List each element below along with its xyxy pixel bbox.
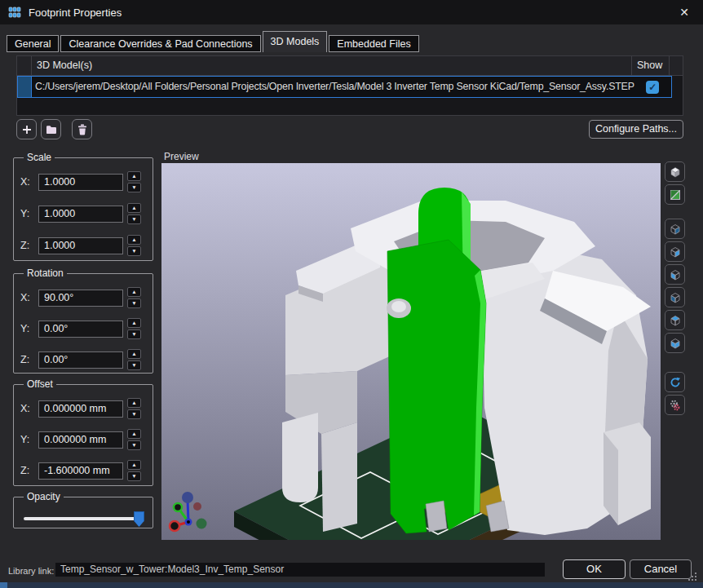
- offset-z-input[interactable]: [38, 462, 123, 480]
- axis-z-sphere: [182, 492, 193, 503]
- offset-x-spinner: [127, 398, 141, 419]
- table-gutter: [670, 56, 683, 76]
- preview-canvas[interactable]: [161, 163, 661, 540]
- board-body-button[interactable]: [665, 184, 685, 205]
- opacity-legend: Opacity: [24, 491, 64, 502]
- tab-clearance-overrides[interactable]: Clearance Overrides & Pad Connections: [60, 35, 260, 52]
- table-row[interactable]: C:/Users/jerem/Desktop/All Folders/Perso…: [17, 76, 683, 98]
- rotation-z-input[interactable]: [38, 351, 123, 369]
- offset-legend: Offset: [24, 378, 56, 390]
- reload-model-icon: [669, 376, 682, 389]
- view-front-cube-icon: [669, 268, 682, 281]
- resize-grip[interactable]: [687, 571, 698, 582]
- view-top-button[interactable]: [665, 310, 685, 330]
- orthographic-view-button[interactable]: [665, 161, 685, 182]
- add-folder-icon: [45, 123, 58, 136]
- column-header-model: 3D Model(s): [32, 56, 632, 76]
- opacity-slider-handle[interactable]: [134, 511, 144, 527]
- render-settings-button[interactable]: [665, 395, 685, 415]
- spin-down-icon[interactable]: [127, 329, 141, 339]
- view-right-button[interactable]: [665, 241, 685, 262]
- bracket-left-post: [321, 422, 357, 532]
- view-back-button[interactable]: [665, 287, 685, 307]
- tab-general[interactable]: General: [7, 35, 59, 52]
- spin-up-icon[interactable]: [127, 203, 141, 213]
- spin-down-icon[interactable]: [127, 360, 141, 370]
- spin-up-icon[interactable]: [127, 318, 141, 328]
- spin-up-icon[interactable]: [127, 460, 141, 470]
- 3d-model-render: [161, 163, 661, 540]
- column-header-show: Show: [632, 56, 670, 76]
- add-model-button[interactable]: [16, 119, 37, 139]
- spin-up-icon[interactable]: [127, 235, 141, 245]
- offset-x-input[interactable]: [38, 400, 123, 418]
- rotation-x-input[interactable]: [38, 290, 123, 307]
- spin-down-icon[interactable]: [127, 440, 141, 450]
- taskbar-corner: [0, 582, 7, 588]
- offset-z-spinner: [127, 460, 141, 481]
- spin-up-icon[interactable]: [127, 171, 141, 181]
- spin-down-icon[interactable]: [127, 298, 141, 308]
- table-gutter: [672, 76, 683, 98]
- rotation-z-spinner: [127, 349, 141, 370]
- spin-up-icon[interactable]: [127, 349, 141, 359]
- delete-3d-model-icon: [76, 123, 89, 136]
- add-folder-button[interactable]: [41, 119, 61, 139]
- delete-model-button[interactable]: [72, 119, 92, 139]
- ok-button[interactable]: OK: [563, 559, 626, 579]
- view-back-cube-icon: [669, 291, 682, 304]
- offset-y-label: Y:: [20, 434, 38, 445]
- show-checkbox[interactable]: [646, 81, 659, 94]
- scale-z-spinner: [127, 235, 141, 256]
- spin-up-icon[interactable]: [127, 287, 141, 297]
- scale-y-label: Y:: [20, 208, 38, 219]
- scale-x-input[interactable]: [38, 174, 123, 191]
- spin-up-icon[interactable]: [127, 429, 141, 439]
- window-title: Footprint Properties: [29, 7, 122, 19]
- scale-x-spinner: [127, 171, 141, 192]
- taskbar-edge: [0, 582, 703, 588]
- footprint-icon: [8, 6, 21, 19]
- axis-x-sphere: [170, 521, 179, 531]
- table-header: 3D Model(s) Show: [17, 56, 683, 76]
- axis-neg-x-sphere: [193, 502, 201, 511]
- configure-paths-button[interactable]: Configure Paths...: [589, 120, 683, 139]
- cancel-button[interactable]: Cancel: [630, 559, 692, 579]
- spin-down-icon[interactable]: [127, 214, 141, 224]
- opacity-slider[interactable]: [24, 517, 143, 520]
- spin-down-icon[interactable]: [127, 183, 141, 192]
- render-settings-icon: [669, 399, 682, 412]
- scale-y-input[interactable]: [38, 206, 123, 223]
- scale-z-input[interactable]: [38, 237, 123, 254]
- view-left-cube-icon: [669, 223, 682, 236]
- axis-y-sphere: [174, 503, 182, 511]
- scale-z-label: Z:: [20, 240, 38, 251]
- axis-neg-y-sphere: [197, 519, 207, 529]
- scale-y-spinner: [127, 203, 141, 224]
- rotation-x-spinner: [127, 287, 141, 308]
- offset-y-input[interactable]: [38, 431, 123, 449]
- spin-up-icon[interactable]: [127, 398, 141, 408]
- spin-down-icon[interactable]: [127, 246, 141, 256]
- rotation-y-input[interactable]: [38, 321, 123, 338]
- view-front-button[interactable]: [665, 264, 685, 285]
- model-path-cell[interactable]: C:/Users/jerem/Desktop/All Folders/Perso…: [32, 77, 634, 97]
- view-left-button[interactable]: [665, 219, 685, 239]
- tab-embedded-files[interactable]: Embedded Files: [329, 35, 418, 52]
- spin-down-icon[interactable]: [127, 471, 141, 481]
- opacity-group: Opacity: [13, 491, 153, 528]
- tab-3d-models[interactable]: 3D Models: [263, 31, 328, 52]
- scale-legend: Scale: [24, 152, 55, 163]
- reload-model-button[interactable]: [665, 372, 685, 392]
- view-bottom-button[interactable]: [665, 333, 685, 353]
- offset-x-label: X:: [20, 403, 38, 414]
- spin-down-icon[interactable]: [127, 409, 141, 419]
- title-bar: Footprint Properties ✕: [0, 0, 703, 24]
- rotation-y-spinner: [127, 318, 141, 339]
- close-icon[interactable]: ✕: [677, 5, 692, 20]
- row-header-cell[interactable]: [18, 77, 32, 97]
- offset-group: Offset X: Y: Z:: [13, 378, 153, 486]
- offset-y-spinner: [127, 429, 141, 450]
- show-cell: [634, 77, 671, 97]
- tab-bar: General Clearance Overrides & Pad Connec…: [7, 31, 421, 52]
